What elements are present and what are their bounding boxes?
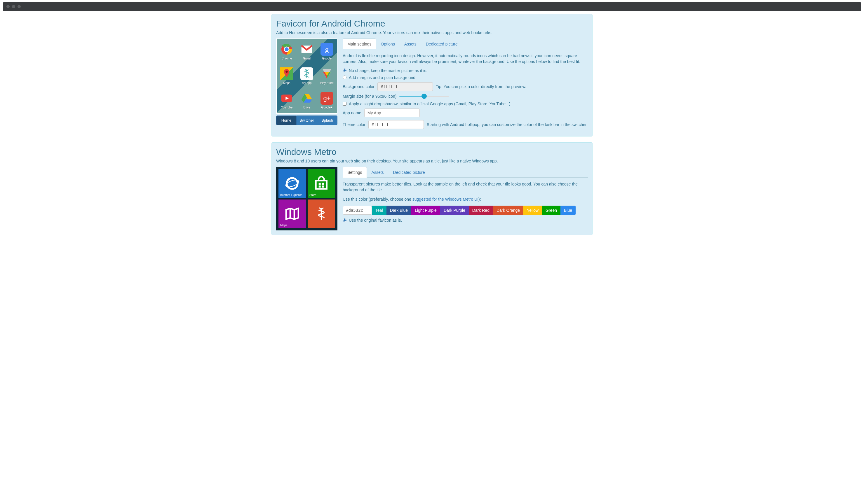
- app-icon-my-app: My app: [297, 64, 317, 88]
- margin-label: Margin size (for a 96x96 icon): [343, 94, 396, 99]
- bgcolor-tip: Tip: You can pick a color directly from …: [436, 84, 526, 89]
- ie-icon: [284, 175, 300, 192]
- tab-dedicated-picture[interactable]: Dedicated picture: [421, 38, 463, 49]
- svg-rect-16: [322, 183, 324, 185]
- color-dark-blue-button[interactable]: Dark Blue: [386, 206, 411, 215]
- metro-color-prefix: Use this color (preferably, choose one: [343, 197, 412, 201]
- app-icon-maps: Maps: [277, 64, 297, 88]
- themecolor-input[interactable]: [368, 120, 424, 129]
- appname-input[interactable]: [364, 109, 420, 117]
- tile-myapp: [308, 199, 335, 228]
- bgcolor-input[interactable]: [377, 82, 433, 91]
- tab-assets[interactable]: Assets: [400, 38, 421, 49]
- checkbox-shadow[interactable]: [343, 102, 347, 106]
- tab-options[interactable]: Options: [376, 38, 399, 49]
- tile-store: Store: [308, 169, 335, 198]
- color-dark-purple-button[interactable]: Dark Purple: [440, 206, 469, 215]
- themecolor-label: Theme color: [343, 122, 365, 127]
- tile-ie-label: Internet Explorer: [280, 193, 302, 197]
- color-yellow-button[interactable]: Yellow: [523, 206, 542, 215]
- tilecolor-input[interactable]: [343, 206, 372, 215]
- color-dark-red-button[interactable]: Dark Red: [469, 206, 493, 215]
- app-icon-play-store: Play Store: [317, 64, 337, 88]
- app-icon-google-: g+Google+: [317, 88, 337, 113]
- metro-panel: Windows Metro Windows 8 and 10 users can…: [272, 142, 592, 235]
- window-titlebar: [3, 2, 861, 11]
- metro-ui-link[interactable]: suggested for the Windows Metro UI: [412, 197, 478, 201]
- app-icon-drive: Drive: [297, 88, 317, 113]
- tile-maps: Maps: [278, 199, 306, 228]
- caduceus-icon: [313, 206, 329, 222]
- traffic-light-max-icon[interactable]: [17, 5, 21, 8]
- svg-text:g+: g+: [323, 95, 331, 102]
- color-blue-button[interactable]: Blue: [561, 206, 576, 215]
- tab-main-settings[interactable]: Main settings: [343, 38, 376, 49]
- android-title: Favicon for Android Chrome: [276, 19, 588, 28]
- maps-icon: [284, 206, 300, 222]
- traffic-light-close-icon[interactable]: [7, 5, 10, 8]
- tab-settings[interactable]: Settings: [343, 167, 367, 177]
- svg-rect-15: [319, 183, 321, 185]
- android-intro: Android is flexible regarding icon desig…: [343, 53, 588, 65]
- android-preview: ChromeGmailgGoogleMapsMy appPlay StoreYo…: [276, 38, 337, 114]
- metro-preview: Internet Explorer Store Maps: [276, 167, 337, 231]
- metro-title: Windows Metro: [276, 147, 588, 157]
- appname-label: App name: [343, 111, 361, 115]
- preview-mode-buttons: Home Switcher Splash: [276, 115, 337, 125]
- radio-nochange-label: No change, keep the master picture as it…: [349, 68, 427, 73]
- metro-tabs: Settings Assets Dedicated picture: [343, 167, 588, 177]
- tile-ie: Internet Explorer: [278, 169, 306, 198]
- tile-store-label: Store: [309, 193, 316, 197]
- color-teal-button[interactable]: Teal: [372, 206, 386, 215]
- metro-color-prompt: Use this color (preferably, choose one s…: [343, 196, 588, 202]
- preview-switcher-button[interactable]: Switcher: [297, 115, 317, 125]
- app-icon-gmail: Gmail: [297, 39, 317, 64]
- svg-rect-18: [322, 185, 324, 187]
- color-light-purple-button[interactable]: Light Purple: [411, 206, 440, 215]
- app-icon-chrome: Chrome: [277, 39, 297, 64]
- traffic-light-min-icon[interactable]: [12, 5, 15, 8]
- android-tabs: Main settings Options Assets Dedicated p…: [343, 38, 588, 49]
- app-icon-youtube: YouTube: [277, 88, 297, 113]
- metro-color-row: TealDark BlueLight PurpleDark PurpleDark…: [343, 206, 588, 215]
- radio-margins-label: Add margins and a plain background.: [349, 75, 417, 80]
- tab-metro-dedicated[interactable]: Dedicated picture: [388, 167, 430, 177]
- svg-rect-17: [319, 185, 321, 187]
- android-desc: Add to Homescreen is a also a feature of…: [276, 30, 588, 35]
- radio-original-favicon[interactable]: [343, 219, 347, 222]
- metro-intro: Transparent pictures make better tiles. …: [343, 181, 588, 193]
- color-green-button[interactable]: Green: [542, 206, 561, 215]
- svg-text:g: g: [325, 45, 329, 54]
- svg-point-8: [286, 71, 288, 73]
- radio-nochange[interactable]: [343, 69, 347, 72]
- radio-original-favicon-label: Use the original favicon as is.: [349, 218, 402, 223]
- margin-slider[interactable]: [399, 96, 449, 97]
- android-panel: Favicon for Android Chrome Add to Homesc…: [272, 14, 592, 136]
- preview-home-button[interactable]: Home: [276, 115, 297, 125]
- preview-splash-button[interactable]: Splash: [317, 115, 337, 125]
- bgcolor-label: Background color: [343, 84, 374, 89]
- metro-desc: Windows 8 and 10 users can pin your web …: [276, 159, 588, 163]
- metro-color-suffix: ):: [478, 197, 481, 201]
- app-icon-google: gGoogle: [317, 39, 337, 64]
- themecolor-tip: Starting with Android Lollipop, you can …: [427, 122, 588, 127]
- tile-maps-label: Maps: [280, 224, 287, 227]
- store-icon: [313, 175, 329, 192]
- tab-metro-assets[interactable]: Assets: [367, 167, 388, 177]
- radio-margins[interactable]: [343, 75, 347, 79]
- color-dark-orange-button[interactable]: Dark Orange: [493, 206, 523, 215]
- checkbox-shadow-label: Apply a slight drop shadow, similar to o…: [349, 101, 512, 106]
